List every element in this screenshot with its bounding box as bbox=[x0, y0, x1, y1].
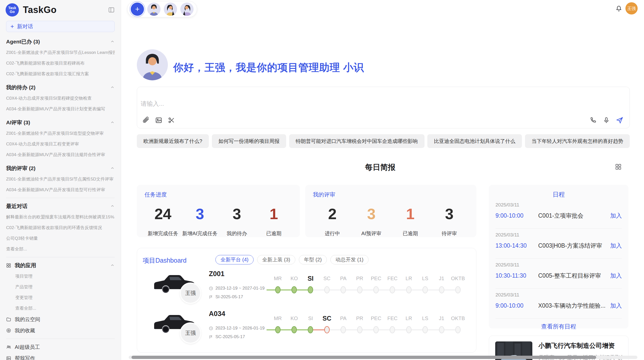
sidebar-item[interactable]: A034-全新新能源MUV产品开发项目计划变更表编写 bbox=[6, 104, 115, 114]
sidebar-item[interactable]: Z001-全新燃油轻卡产品开发项目SI造型提交物评审 bbox=[6, 128, 115, 139]
sidebar-item-my-apps[interactable]: 我的应用 bbox=[6, 260, 115, 271]
suggestion-chip[interactable]: 特朗普可能对进口汽车增税会对中国车企造成哪些影响 bbox=[289, 134, 425, 148]
dashboard-filter-tab[interactable]: 全新平台 (4) bbox=[215, 255, 254, 264]
add-agent-button[interactable]: + bbox=[131, 3, 144, 16]
new-chat-button[interactable]: + 新对话 bbox=[6, 21, 115, 32]
horizontal-scrollbar-thumb[interactable] bbox=[131, 356, 596, 359]
suggestion-chip[interactable]: 如何写一份清晰的项目周报 bbox=[212, 134, 286, 148]
chevron-up-icon[interactable] bbox=[110, 39, 115, 44]
sidebar-section-header[interactable]: 我的评审 (2) bbox=[6, 163, 115, 174]
sidebar-section-header[interactable]: Agent已办 (3) bbox=[6, 36, 115, 47]
milestone-station: PA bbox=[335, 315, 352, 333]
milestone-dot bbox=[439, 286, 444, 293]
milestone-dot bbox=[422, 286, 428, 293]
attach-file-icon[interactable] bbox=[142, 116, 150, 124]
sidebar-item[interactable]: C0X4-动力总成开发项目工程变更评审 bbox=[6, 139, 115, 149]
join-link[interactable]: 加入 bbox=[610, 272, 622, 280]
flag-icon bbox=[209, 295, 213, 299]
send-icon[interactable] bbox=[616, 116, 623, 124]
milestone-dot bbox=[324, 326, 330, 333]
stat-value: 24 bbox=[144, 205, 181, 223]
stat-label: 新增AI完成任务 bbox=[181, 230, 218, 237]
sidebar-section-items: Z001-全新燃油轻卡产品开发项目SI造型提交物评审C0X4-动力总成开发项目工… bbox=[6, 128, 115, 160]
chevron-up-icon[interactable] bbox=[110, 166, 115, 171]
stat-value: 1 bbox=[391, 205, 430, 223]
sidebar-item-write-for-me[interactable]: 帮我写作 bbox=[6, 353, 115, 360]
schedule-title: 日程 bbox=[495, 185, 622, 199]
sidebar-item[interactable]: C0X4-动力总成开发项目SI里程碑提交物检查 bbox=[6, 93, 115, 104]
stat: 3 我的待办 bbox=[218, 205, 255, 237]
sidebar-section-header[interactable]: 我的待办 (2) bbox=[6, 82, 115, 93]
stat: 2 进行中 bbox=[313, 205, 352, 237]
notification-bell-icon[interactable] bbox=[615, 5, 622, 12]
sidebar-section: Agent已办 (3) Z001-全新燃油皮卡产品开发项目SI节点Lesson … bbox=[6, 36, 115, 79]
project-row[interactable]: 王强 A034 2023-12-19 ~ 2026-01-19 SC-2025-… bbox=[137, 306, 476, 346]
agent-avatar-2[interactable] bbox=[164, 3, 177, 16]
chevron-up-icon[interactable] bbox=[110, 85, 115, 90]
recent-section-header[interactable]: 最近对话 bbox=[6, 201, 115, 212]
suggestion-chip[interactable]: 当下年轻人对汽车外观有怎样的喜好趋势 bbox=[525, 134, 630, 148]
project-dates: 2023-12-19 ~ 2026-01-19 bbox=[209, 326, 265, 331]
insert-image-icon[interactable] bbox=[155, 116, 163, 124]
milestone-station: LR bbox=[401, 275, 417, 293]
dashboard-filter-tab[interactable]: 年型 (2) bbox=[299, 255, 327, 264]
view-all-schedule-link[interactable]: 查看所有日程 bbox=[495, 323, 622, 331]
briefing-stat-card: 我的评审 2 进行中 3 AI预评审 1 已逾期 3 待评审 bbox=[305, 185, 476, 237]
sidebar-item[interactable]: C02-飞腾新能源轻客改款项目里程碑画布 bbox=[6, 58, 115, 69]
recent-section-label: 最近对话 bbox=[6, 203, 27, 210]
plus-icon: + bbox=[10, 23, 14, 30]
project-name: Z001 bbox=[209, 270, 225, 278]
new-chat-label: 新对话 bbox=[17, 23, 33, 30]
agent-avatar-3[interactable] bbox=[180, 3, 194, 16]
chevron-up-icon[interactable] bbox=[110, 120, 115, 125]
join-link[interactable]: 加入 bbox=[610, 302, 622, 310]
sidebar-item[interactable]: Z001-全新燃油皮卡产品开发项目SI节点Lesson Learn报告 bbox=[6, 47, 115, 58]
sidebar-collapse-icon[interactable] bbox=[108, 6, 115, 14]
favorites-label: 我的收藏 bbox=[15, 327, 35, 334]
suggestion-chip[interactable]: 比亚迪全固态电池计划具体说了什么 bbox=[427, 134, 522, 148]
microphone-icon[interactable] bbox=[603, 116, 610, 124]
sidebar-item[interactable]: 解释最新出台的欧盟报废车法规再生塑料比例被调至15%... bbox=[6, 212, 115, 222]
stat-label: AI预评审 bbox=[352, 230, 391, 237]
sidebar-item[interactable]: A034-全新新能源MUV产品开发项目造型可行性评审 bbox=[6, 185, 115, 195]
sidebar-item[interactable]: Z001-全新燃油轻卡产品开发项目SI节点属性5D文件评审 bbox=[6, 174, 115, 185]
sidebar-item[interactable]: 产品管理 bbox=[6, 282, 115, 292]
suggestion-chip[interactable]: 欧洲新规最近颁布了什么? bbox=[137, 134, 209, 148]
milestone-label: PA bbox=[335, 315, 352, 322]
sidebar-item[interactable]: C02-飞腾新能源轻客改款项目的闭环通告反馈情况 bbox=[6, 222, 115, 233]
chevron-up-icon[interactable] bbox=[110, 263, 115, 268]
agent-avatar-1[interactable] bbox=[147, 3, 160, 16]
sidebar-item-ai-staff[interactable]: AI超级员工 bbox=[6, 341, 115, 353]
project-row[interactable]: 王强 Z001 2023-12-19 ~ 2027-01-19 SI-2025-… bbox=[137, 266, 476, 306]
sidebar-item-favorites[interactable]: 我的收藏 bbox=[6, 325, 115, 336]
dashboard-filter-tab[interactable]: 动总开发 (1) bbox=[330, 255, 369, 264]
sidebar-item[interactable]: 项目管理 bbox=[6, 271, 115, 282]
milestone-label: LR bbox=[401, 275, 417, 282]
layout-grid-icon[interactable] bbox=[615, 163, 622, 170]
chevron-up-icon[interactable] bbox=[110, 204, 115, 208]
sidebar-item[interactable]: C02-飞腾新能源轻客改款项目立项汇报方案 bbox=[6, 69, 115, 79]
milestone-label: LR bbox=[401, 315, 417, 322]
sidebar-item[interactable]: 变更管理 bbox=[6, 292, 115, 303]
join-link[interactable]: 加入 bbox=[610, 212, 622, 220]
sidebar-section-header[interactable]: AI评审 (3) bbox=[6, 117, 115, 128]
agent-avatar-pill: + bbox=[127, 1, 197, 17]
milestone-dot bbox=[455, 286, 461, 293]
stat-label: 已逾期 bbox=[255, 230, 292, 237]
sidebar-item-cloud-space[interactable]: 我的云空间 bbox=[6, 314, 115, 325]
schedule-item: 2025/03/11 9:00-10:00 X003-车辆动力学性能验... 加… bbox=[495, 289, 622, 319]
milestone-label: J1 bbox=[433, 275, 450, 282]
assistant-avatar bbox=[137, 49, 168, 80]
sidebar-item[interactable]: A034-全新新能源MUV产品开发项目法规符合性评审 bbox=[6, 149, 115, 160]
sidebar-item[interactable]: 查看全部... bbox=[6, 303, 115, 314]
dashboard-filter-tab[interactable]: 全新上装 (3) bbox=[257, 255, 295, 264]
screenshot-scissors-icon[interactable] bbox=[168, 116, 175, 124]
recent-view-all-link[interactable]: 查看全部... bbox=[6, 244, 115, 254]
message-input[interactable] bbox=[141, 100, 573, 116]
voice-call-icon[interactable] bbox=[589, 116, 597, 124]
milestone-track: MR KO SI SC PA PR PEC FEC LR LS J1 OKTB bbox=[270, 275, 466, 293]
sidebar-item[interactable]: 公司Q3轻卡销量 bbox=[6, 233, 115, 244]
stat-label: 我的待办 bbox=[218, 230, 255, 237]
join-link[interactable]: 加入 bbox=[610, 242, 622, 250]
user-avatar[interactable]: 王强 bbox=[625, 2, 638, 14]
